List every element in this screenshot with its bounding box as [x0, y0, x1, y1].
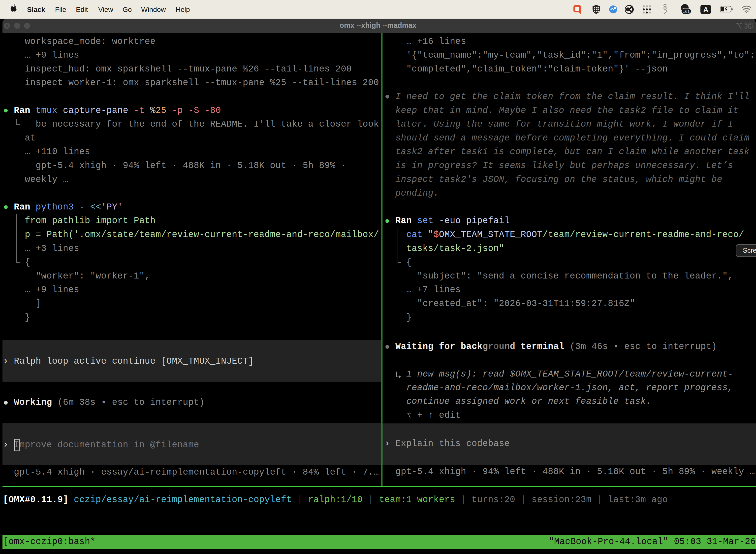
svg-text:..61: ..61 — [683, 9, 690, 14]
svg-text:1: 1 — [750, 22, 754, 30]
